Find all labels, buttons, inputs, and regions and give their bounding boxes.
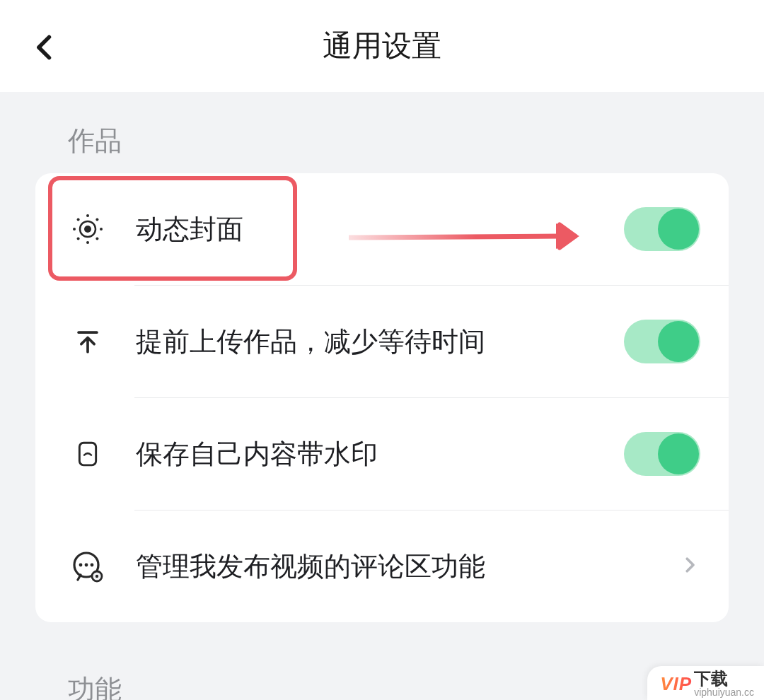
chevron-right-icon bbox=[679, 554, 700, 578]
upload-arrow-icon bbox=[71, 325, 105, 358]
row-dynamic-cover: 动态封面 bbox=[35, 173, 729, 285]
watermark-vip-text: VIP bbox=[660, 673, 692, 695]
svg-point-12 bbox=[79, 564, 83, 567]
svg-point-5 bbox=[100, 228, 103, 231]
svg-point-7 bbox=[96, 237, 98, 240]
svg-point-2 bbox=[86, 214, 89, 217]
svg-point-0 bbox=[84, 226, 91, 233]
chevron-left-icon bbox=[30, 32, 61, 63]
back-button[interactable] bbox=[30, 32, 65, 67]
svg-point-13 bbox=[85, 564, 88, 567]
toggle-knob bbox=[658, 321, 699, 362]
row-label: 管理我发布视频的评论区功能 bbox=[136, 549, 679, 585]
comment-settings-icon bbox=[71, 549, 105, 583]
row-label: 动态封面 bbox=[136, 211, 624, 247]
phone-watermark-icon bbox=[71, 437, 105, 471]
works-card: 动态封面 提前上传作品，减少等待时间 保存自己内容带水印 bbox=[35, 173, 729, 622]
svg-point-16 bbox=[96, 575, 98, 578]
toggle-dynamic-cover[interactable] bbox=[624, 207, 700, 251]
section-label-works: 作品 bbox=[0, 92, 764, 173]
watermark-text: 下载 bbox=[694, 670, 728, 687]
row-manage-comments[interactable]: 管理我发布视频的评论区功能 bbox=[35, 511, 729, 622]
watermark-badge: VIP 下载 viphuiyuan.cc bbox=[647, 666, 764, 700]
watermark-url: viphuiyuan.cc bbox=[694, 687, 754, 697]
row-label: 提前上传作品，减少等待时间 bbox=[136, 324, 624, 360]
svg-point-3 bbox=[86, 241, 89, 244]
row-label: 保存自己内容带水印 bbox=[136, 436, 624, 472]
row-pre-upload: 提前上传作品，减少等待时间 bbox=[35, 286, 729, 397]
live-cover-icon bbox=[71, 212, 105, 246]
toggle-pre-upload[interactable] bbox=[624, 320, 700, 363]
svg-point-4 bbox=[73, 228, 76, 231]
row-save-watermark: 保存自己内容带水印 bbox=[35, 398, 729, 510]
svg-point-9 bbox=[96, 218, 98, 221]
header-bar: 通用设置 bbox=[0, 0, 764, 92]
toggle-knob bbox=[658, 209, 699, 250]
page-title: 通用设置 bbox=[0, 26, 764, 66]
svg-point-8 bbox=[77, 237, 80, 240]
toggle-save-watermark[interactable] bbox=[624, 432, 700, 476]
svg-point-6 bbox=[77, 218, 80, 221]
toggle-knob bbox=[658, 433, 699, 474]
svg-point-14 bbox=[91, 564, 94, 567]
